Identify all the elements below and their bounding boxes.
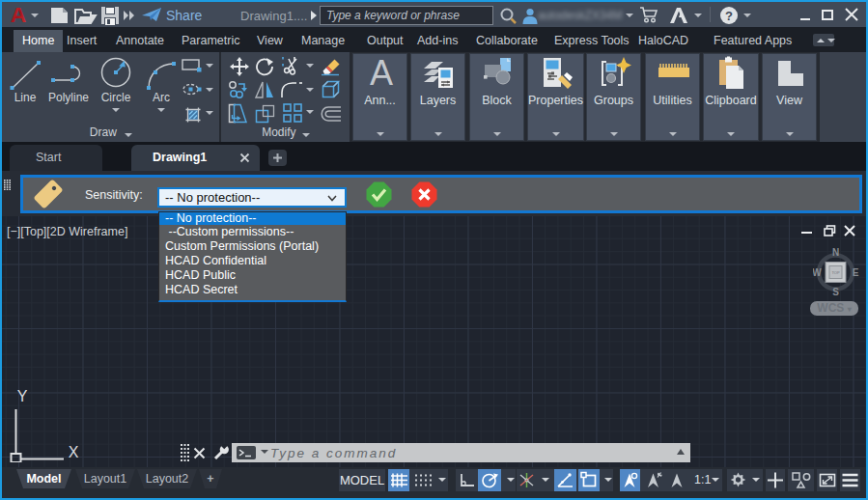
svg-text:N: N <box>832 247 839 258</box>
svg-text:?: ? <box>725 9 733 23</box>
svg-text:A: A <box>370 55 393 90</box>
svg-text:S: S <box>832 287 839 297</box>
svg-text:A: A <box>11 5 27 26</box>
svg-text:W: W <box>813 267 822 278</box>
svg-text:Y: Y <box>17 390 28 404</box>
svg-text:TOP: TOP <box>831 270 839 275</box>
svg-text:X: X <box>69 444 79 460</box>
svg-text:E: E <box>853 267 859 278</box>
